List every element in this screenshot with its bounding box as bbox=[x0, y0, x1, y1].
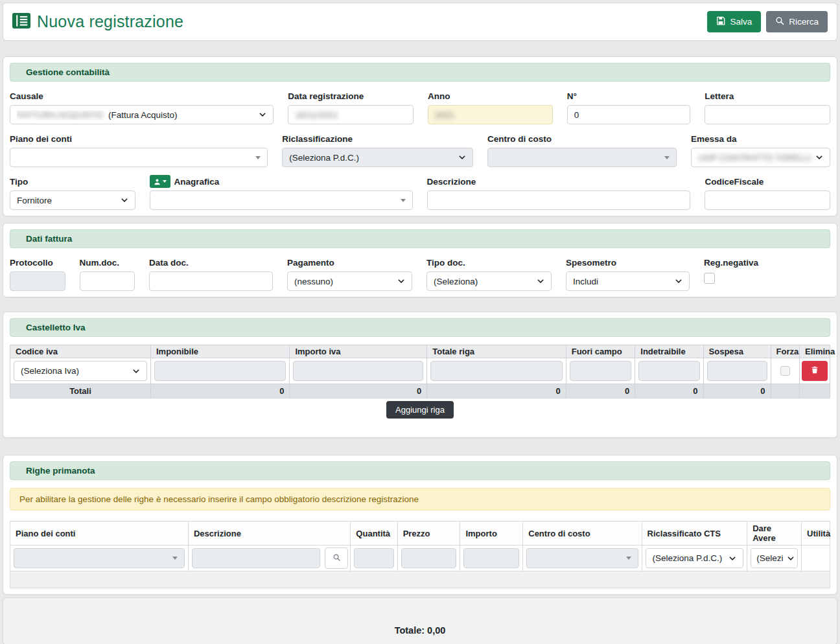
field-num-doc: Num.doc. bbox=[80, 248, 135, 291]
riga-importo-input[interactable] bbox=[463, 548, 519, 568]
reg-negativa-checkbox[interactable] bbox=[704, 273, 715, 284]
riga-dare-avere-select[interactable]: (Selezion bbox=[751, 548, 798, 568]
col-importo: Importo bbox=[460, 522, 523, 546]
page-title-group: Nuova registrazione bbox=[12, 12, 183, 31]
col-totale-riga: Totale riga bbox=[427, 345, 566, 358]
riga-centro-di-costo-select[interactable] bbox=[526, 548, 638, 568]
trash-icon bbox=[811, 366, 819, 376]
descrizione-input[interactable] bbox=[427, 190, 691, 210]
emessa-da-label: Emessa da bbox=[691, 132, 830, 145]
riga-descrizione-input[interactable] bbox=[192, 548, 320, 568]
riclassificazione-select[interactable]: (Seleziona P.d.C.) bbox=[282, 148, 473, 167]
field-numero: N° 0 bbox=[567, 82, 691, 124]
pagamento-value: (nessuno) bbox=[294, 277, 333, 286]
forza-checkbox[interactable] bbox=[780, 366, 790, 376]
riga-riclassificato-cts-select[interactable]: (Seleziona P.d.C.) bbox=[646, 548, 744, 568]
dropdown-arrow-icon bbox=[626, 557, 631, 560]
chevron-down-icon bbox=[729, 555, 736, 562]
importo-iva-input[interactable] bbox=[293, 361, 423, 381]
header-buttons: Salva Ricerca bbox=[707, 11, 828, 32]
descrizione-label: Descrizione bbox=[427, 175, 691, 188]
riclassificazione-value: (Seleziona P.d.C.) bbox=[289, 153, 359, 163]
field-causale: Causale FATTURA ACQUISTO (Fattura Acquis… bbox=[10, 82, 274, 124]
totale-panel: Totale: 0,00 bbox=[3, 597, 837, 644]
anagrafica-menu-button[interactable] bbox=[150, 175, 170, 188]
col-prezzo: Prezzo bbox=[397, 522, 460, 546]
save-button[interactable]: Salva bbox=[707, 11, 761, 32]
dati-fattura-panel: Dati fattura Protocollo Num.doc. Data do… bbox=[3, 223, 837, 297]
total-totale-riga: 0 bbox=[427, 384, 566, 398]
righe-primanota-panel: Righe primanota Per abilitare la gestion… bbox=[3, 455, 837, 595]
causale-label: Causale bbox=[10, 89, 274, 102]
pagamento-select[interactable]: (nessuno) bbox=[287, 271, 412, 291]
numero-input[interactable]: 0 bbox=[567, 105, 691, 124]
totale-value: Totale: 0,00 bbox=[3, 625, 837, 636]
sospesa-input[interactable] bbox=[707, 361, 767, 381]
field-data-doc: Data doc. bbox=[149, 248, 273, 291]
causale-select[interactable]: FATTURA ACQUISTO (Fattura Acquisto) bbox=[10, 105, 274, 124]
journal-icon bbox=[12, 13, 30, 30]
tipo-doc-select[interactable]: (Seleziona) bbox=[426, 271, 552, 291]
elimina-row-button[interactable] bbox=[802, 361, 828, 381]
tipo-select[interactable]: Fornitore bbox=[10, 190, 135, 210]
col-importo-iva: Importo iva bbox=[290, 345, 427, 358]
riclassificazione-label: Riclassificazione bbox=[282, 132, 473, 145]
col-piano-dei-conti: Piano dei conti bbox=[10, 522, 189, 546]
chevron-down-icon bbox=[397, 277, 405, 285]
codice-fiscale-input[interactable] bbox=[705, 190, 830, 210]
anno-redacted-value: 2021 bbox=[435, 110, 454, 120]
add-row-button[interactable]: Aggiungi riga bbox=[386, 401, 454, 419]
piano-dei-conti-select[interactable] bbox=[10, 148, 268, 167]
emessa-da-select[interactable]: UOP CONTRATTO TORELLI bbox=[691, 148, 830, 167]
chevron-down-icon bbox=[815, 154, 823, 161]
spesometro-label: Spesometro bbox=[566, 256, 690, 269]
search-button-label: Ricerca bbox=[789, 17, 819, 27]
field-pagamento: Pagamento (nessuno) bbox=[287, 248, 412, 291]
imponibile-input[interactable] bbox=[154, 361, 286, 381]
indetraibile-input[interactable] bbox=[638, 361, 699, 381]
data-registrazione-input[interactable]: 16/11/2021 bbox=[288, 105, 414, 124]
search-icon bbox=[775, 16, 784, 27]
fuori-campo-input[interactable] bbox=[570, 361, 632, 381]
riga-quantita-input[interactable] bbox=[354, 548, 393, 568]
reg-negativa-label: Reg.negativa bbox=[704, 256, 830, 269]
dare-avere-value: (Selezion bbox=[756, 553, 783, 563]
chevron-down-icon bbox=[787, 555, 795, 562]
causale-value-suffix: (Fattura Acquisto) bbox=[108, 110, 178, 120]
castelletto-header-row: Codice iva Imponibile Importo iva Totale… bbox=[10, 345, 830, 358]
centro-di-costo-label: Centro di costo bbox=[487, 132, 677, 145]
chevron-down-icon bbox=[132, 367, 140, 375]
lettera-input[interactable] bbox=[705, 105, 830, 124]
data-registrazione-redacted-value: 16/11/2021 bbox=[295, 110, 338, 120]
anno-input[interactable]: 2021 bbox=[428, 105, 553, 124]
descrizione-search-button[interactable] bbox=[325, 547, 348, 569]
field-data-registrazione: Data registrazione 16/11/2021 bbox=[288, 82, 414, 124]
riga-piano-dei-conti-select[interactable] bbox=[14, 548, 185, 568]
righe-warning-alert: Per abilitare la gestione delle righe è … bbox=[10, 488, 830, 511]
castelletto-totals-row: Totali 0 0 0 0 0 0 bbox=[10, 384, 830, 398]
field-anagrafica: Anagrafica bbox=[150, 167, 413, 210]
search-button[interactable]: Ricerca bbox=[766, 11, 828, 32]
col-imponibile: Imponibile bbox=[150, 345, 289, 358]
data-doc-input[interactable] bbox=[149, 271, 273, 291]
totals-label: Totali bbox=[10, 384, 151, 398]
num-doc-input[interactable] bbox=[80, 271, 135, 291]
chevron-down-icon bbox=[458, 154, 466, 161]
riga-prezzo-input[interactable] bbox=[401, 548, 457, 568]
spesometro-select[interactable]: Includi bbox=[566, 271, 690, 291]
col-dare-avere: Dare Avere bbox=[747, 522, 802, 546]
field-tipo-doc: Tipo doc. (Seleziona) bbox=[426, 248, 552, 291]
totale-riga-input[interactable] bbox=[430, 361, 562, 381]
col-codice-iva: Codice iva bbox=[10, 345, 151, 358]
page-title: Nuova registrazione bbox=[37, 12, 183, 31]
centro-di-costo-select[interactable] bbox=[487, 148, 677, 167]
anagrafica-select[interactable] bbox=[150, 190, 413, 210]
codice-iva-select[interactable]: (Seleziona Iva) bbox=[14, 361, 147, 381]
protocollo-input bbox=[10, 271, 65, 291]
col-elimina: Elimina bbox=[799, 345, 830, 358]
field-protocollo: Protocollo bbox=[10, 248, 65, 291]
col-fuori-campo: Fuori campo bbox=[566, 345, 635, 358]
riclassificato-cts-value: (Seleziona P.d.C.) bbox=[653, 553, 723, 563]
data-registrazione-label: Data registrazione bbox=[288, 89, 414, 102]
total-importo-iva: 0 bbox=[290, 384, 427, 398]
